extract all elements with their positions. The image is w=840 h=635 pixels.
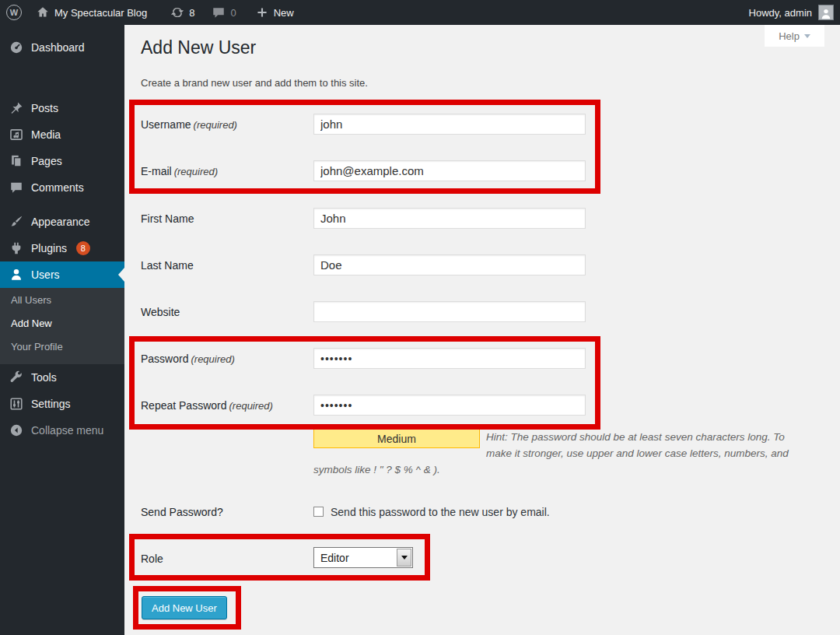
repeat-password-label: Repeat Password(required) bbox=[141, 399, 273, 412]
select-dropdown-button[interactable] bbox=[397, 549, 411, 567]
admin-sidebar: Dashboard Posts Media Pages Comments App… bbox=[0, 25, 124, 635]
submenu-item-your-profile[interactable]: Your Profile bbox=[0, 335, 124, 358]
sidebar-item-settings[interactable]: Settings bbox=[0, 391, 124, 417]
email-label: E-mail(required) bbox=[141, 165, 218, 177]
role-selected-value: Editor bbox=[314, 552, 397, 564]
website-input[interactable] bbox=[313, 301, 586, 322]
sidebar-item-tools[interactable]: Tools bbox=[0, 364, 124, 391]
submenu-item-add-new[interactable]: Add New bbox=[0, 311, 124, 335]
role-select[interactable]: Editor bbox=[313, 547, 413, 568]
home-icon bbox=[36, 5, 50, 19]
password-strength-meter: Medium bbox=[313, 429, 480, 448]
required-note: (required) bbox=[191, 353, 234, 365]
repeat-password-input[interactable] bbox=[313, 395, 586, 416]
plugins-update-badge: 8 bbox=[76, 241, 90, 255]
sidebar-item-label: Plugins bbox=[31, 242, 67, 254]
paintbrush-icon bbox=[9, 215, 23, 229]
pushpin-icon bbox=[9, 101, 23, 115]
chevron-down-icon bbox=[804, 34, 810, 38]
new-label: New bbox=[274, 7, 294, 19]
active-menu-arrow bbox=[118, 268, 124, 282]
sidebar-item-collapse-menu[interactable]: Collapse menu bbox=[0, 417, 124, 444]
sidebar-item-label: Settings bbox=[31, 398, 71, 410]
role-label: Role bbox=[141, 553, 163, 565]
help-label: Help bbox=[779, 30, 800, 42]
last-name-input[interactable] bbox=[313, 254, 586, 275]
sidebar-item-label: Pages bbox=[31, 155, 62, 167]
admin-bar: W My Spectacular Blog 8 0 New Howdy, adm… bbox=[0, 0, 840, 25]
site-name-menu[interactable]: My Spectacular Blog bbox=[33, 0, 150, 25]
sidebar-item-dashboard[interactable]: Dashboard bbox=[0, 34, 124, 61]
sidebar-item-pages[interactable]: Pages bbox=[0, 148, 124, 174]
email-input[interactable] bbox=[313, 160, 586, 181]
help-button[interactable]: Help bbox=[765, 25, 824, 47]
new-content-menu[interactable]: New bbox=[252, 0, 297, 25]
updates-icon bbox=[170, 5, 184, 19]
sidebar-item-label: Posts bbox=[31, 102, 58, 114]
avatar[interactable] bbox=[818, 5, 834, 20]
sidebar-item-label: Collapse menu bbox=[31, 424, 103, 437]
first-name-label: First Name bbox=[141, 212, 194, 225]
plus-icon bbox=[255, 5, 269, 19]
plug-icon bbox=[9, 241, 23, 255]
collapse-icon bbox=[9, 423, 23, 437]
add-new-user-button[interactable]: Add New User bbox=[142, 596, 227, 619]
submenu-item-all-users[interactable]: All Users bbox=[0, 288, 124, 311]
users-icon bbox=[9, 268, 23, 282]
username-input[interactable] bbox=[313, 114, 586, 135]
sidebar-item-posts[interactable]: Posts bbox=[0, 95, 124, 121]
page-title: Add New User bbox=[141, 37, 256, 58]
required-note: (required) bbox=[194, 119, 237, 131]
dashboard-icon bbox=[9, 40, 23, 54]
chevron-down-icon bbox=[401, 556, 408, 560]
required-note: (required) bbox=[174, 166, 218, 177]
sidebar-item-users[interactable]: Users bbox=[0, 261, 124, 288]
page-subtitle: Create a brand new user and add them to … bbox=[141, 77, 368, 89]
send-password-checkbox-label: Send this password to the new user by em… bbox=[331, 506, 550, 518]
sidebar-item-comments[interactable]: Comments bbox=[0, 174, 124, 201]
users-submenu: All Users Add New Your Profile bbox=[0, 288, 124, 364]
sidebar-item-label: Appearance bbox=[31, 216, 90, 228]
password-input[interactable] bbox=[313, 348, 586, 369]
comment-bubble-icon bbox=[212, 5, 226, 19]
comments-icon bbox=[9, 181, 23, 195]
sidebar-item-label: Comments bbox=[31, 181, 84, 194]
sidebar-item-label: Tools bbox=[31, 371, 57, 384]
wrench-icon bbox=[9, 370, 23, 384]
sidebar-item-label: Users bbox=[31, 268, 60, 281]
sidebar-item-media[interactable]: Media bbox=[0, 121, 124, 148]
sidebar-item-appearance[interactable]: Appearance bbox=[0, 209, 124, 235]
howdy-admin-menu[interactable]: Howdy, admin bbox=[749, 7, 812, 19]
site-name-label: My Spectacular Blog bbox=[54, 7, 147, 19]
updates-menu[interactable]: 8 bbox=[167, 0, 198, 25]
wordpress-logo-icon[interactable]: W bbox=[6, 5, 22, 20]
sidebar-item-plugins[interactable]: Plugins 8 bbox=[0, 235, 124, 261]
send-password-label: Send Password? bbox=[141, 506, 223, 518]
comment-count: 0 bbox=[230, 7, 236, 19]
comments-menu[interactable]: 0 bbox=[208, 0, 239, 25]
media-icon bbox=[9, 128, 23, 142]
pages-icon bbox=[9, 154, 23, 168]
settings-icon bbox=[9, 397, 23, 411]
required-note: (required) bbox=[229, 400, 273, 412]
website-label: Website bbox=[141, 306, 180, 318]
last-name-label: Last Name bbox=[141, 259, 194, 272]
sidebar-item-label: Dashboard bbox=[31, 41, 85, 54]
password-strength-area: Medium Hint: The password should be at l… bbox=[313, 429, 803, 478]
update-count: 8 bbox=[189, 7, 194, 19]
send-password-checkbox[interactable] bbox=[313, 507, 324, 517]
password-label: Password(required) bbox=[141, 353, 235, 365]
first-name-input[interactable] bbox=[313, 208, 586, 229]
sidebar-item-label: Media bbox=[31, 128, 61, 141]
username-label: Username(required) bbox=[141, 118, 237, 131]
